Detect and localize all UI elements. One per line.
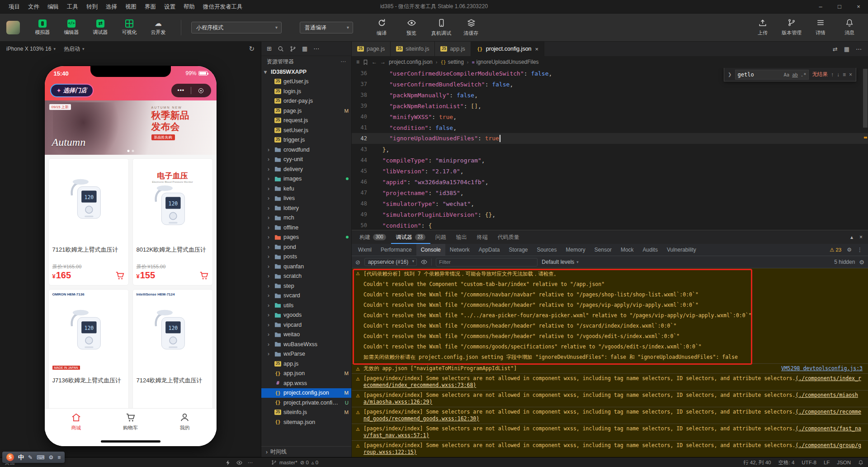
grid-icon[interactable]: ▦ (302, 46, 307, 52)
find-prev-icon[interactable]: ↑ (831, 71, 834, 78)
details-button[interactable]: 详情 (808, 19, 833, 36)
more-icon[interactable]: ⋯ (340, 58, 346, 65)
wechat-capsule[interactable]: ••• (171, 84, 211, 97)
editor-scrollbar[interactable] (863, 68, 868, 230)
simulator-refresh-icon[interactable]: ↻ (249, 45, 255, 53)
devtools-warning-count[interactable]: ⚠ 23 (830, 247, 841, 253)
devtools-tab-Audits[interactable]: Audits (638, 244, 662, 256)
breadcrumb-item-setting[interactable]: {}setting (440, 59, 463, 65)
menu-选择[interactable]: 选择 (102, 0, 121, 14)
device-select[interactable]: iPhone X 103% 16▾ (6, 46, 56, 52)
warning-count[interactable]: ▵ 0 (311, 459, 318, 466)
exit-icon[interactable] (191, 88, 211, 93)
explorer-item-login.js[interactable]: JSlogin.js (261, 86, 351, 96)
minimize-button[interactable]: – (811, 0, 830, 14)
outline-icon[interactable]: ≡ (356, 59, 359, 65)
editor-tab-project.config.json[interactable]: {}project.config.json× (471, 42, 544, 56)
devtools-tab-Storage[interactable]: Storage (504, 244, 532, 256)
collapse-panel-icon[interactable]: ▴ (850, 234, 853, 240)
messages-button[interactable]: 消息 (837, 19, 862, 36)
encoding[interactable]: UTF-8 (802, 460, 816, 465)
explorer-item-delivery[interactable]: ›delivery (261, 164, 351, 174)
editor-tab-app.js[interactable]: JSapp.js (435, 42, 471, 56)
eol[interactable]: LF (824, 460, 830, 465)
language-mode[interactable]: JSON (837, 460, 851, 465)
breadcrumb-item-project.config.json[interactable]: project.config.json (389, 59, 433, 65)
explorer-item-wxParse[interactable]: ›wxParse (261, 349, 351, 359)
product-card[interactable]: IntelliSense HEM-71241207124欧姆龙上臂式血压计 (132, 289, 213, 416)
mode-button-visual[interactable]: 可视化 (117, 19, 142, 36)
explorer-item-sitemap.json[interactable]: {}sitemap.json (261, 417, 351, 427)
explorer-item-lives[interactable]: ›lives (261, 194, 351, 204)
ime-keyboard-icon[interactable]: ⌨ (37, 454, 44, 461)
preview-button[interactable]: 预览 (398, 19, 425, 37)
menu-设置[interactable]: 设置 (160, 0, 179, 14)
compile-mode-select[interactable]: 普通编译▾ (300, 22, 353, 33)
explorer-item-quanfan[interactable]: ›quanfan (261, 262, 351, 272)
more-icon[interactable]: ⋯ (248, 459, 253, 466)
console-file-link[interactable]: (./components/group/group.wxss:122:15) (363, 442, 861, 455)
explorer-item-scratch[interactable]: ›scratch (261, 272, 351, 281)
mode-button-editor[interactable]: </>编辑器 (59, 19, 84, 36)
explorer-item-mch[interactable]: ›mch (261, 213, 351, 223)
maximize-button[interactable]: □ (830, 0, 849, 14)
close-icon[interactable]: × (859, 234, 863, 240)
compile-button[interactable]: 编译 (368, 19, 395, 37)
devtools-tab-Wxml[interactable]: Wxml (354, 244, 376, 256)
new-file-icon[interactable]: ⊞ (267, 46, 272, 52)
explorer-item-siteinfo.js[interactable]: JSsiteinfo.jsM (261, 408, 351, 418)
product-card[interactable]: 电子血压Electronic Blood Pressure Monitor120… (132, 158, 213, 286)
devtools-tab-Sources[interactable]: Sources (532, 244, 561, 256)
execution-context-select[interactable]: appservice (#16)▾ (364, 258, 417, 266)
devtools-tab-Sensor[interactable]: Sensor (590, 244, 616, 256)
explorer-item-pond[interactable]: ›pond (261, 242, 351, 252)
explorer-item-getUser.js[interactable]: JSgetUser.js (261, 77, 351, 87)
split-editor-icon[interactable]: ⇄ (833, 46, 838, 52)
find-expand-icon[interactable]: ❯ (728, 72, 731, 77)
ime-toolbar[interactable]: S 中 ✎ ⌨ ⚙ ≡ (2, 452, 65, 463)
store-select-button[interactable]: ✦选择门店 (50, 84, 94, 97)
bell-icon[interactable] (858, 460, 863, 465)
bookmark-icon[interactable] (363, 59, 368, 65)
add-to-cart-icon[interactable] (115, 271, 125, 281)
performance-icon[interactable] (225, 460, 231, 466)
phone-tab-mine[interactable]: 我的 (169, 412, 201, 446)
ime-pen-icon[interactable]: ✎ (28, 454, 33, 461)
explorer-item-posts[interactable]: ›posts (261, 252, 351, 262)
log-levels-select[interactable]: Default levels▾ (542, 259, 579, 265)
menu-工具[interactable]: 工具 (63, 0, 82, 14)
explorer-item-vipcard[interactable]: ›vipcard (261, 320, 351, 330)
mode-button-debugger[interactable]: ⇄调试器 (88, 19, 113, 36)
close-icon[interactable]: × (849, 71, 852, 78)
panel-tab-构建[interactable]: 构建300 (354, 230, 391, 244)
editor-tab-siteinfo.js[interactable]: JSsiteinfo.js (391, 42, 435, 56)
ime-menu-icon[interactable]: ≡ (57, 454, 61, 461)
explorer-item-svcard[interactable]: ›svcard (261, 291, 351, 301)
indentation[interactable]: 空格: 4 (778, 459, 795, 466)
menu-界面[interactable]: 界面 (141, 0, 160, 14)
product-card[interactable]: OMRON HEM-7136120MADE IN JAPANJ7136欧姆龙上臂… (48, 289, 129, 416)
explorer-item-lottery[interactable]: ›lottery (261, 203, 351, 213)
console-file-link[interactable]: (./components/miaosha/miaosha.wxss:126:2… (363, 392, 858, 405)
add-to-cart-icon[interactable] (199, 271, 209, 281)
explorer-item-app.json[interactable]: {}app.jsonM (261, 369, 351, 379)
error-count[interactable]: ⊘ 0 (300, 459, 309, 466)
timeline-section[interactable]: › 时间线 (261, 446, 351, 457)
explorer-item-project.private.config.json[interactable]: {}project.private.config.jsonU (261, 398, 351, 408)
clear-console-icon[interactable]: ⊘ (355, 259, 360, 266)
explorer-item-weitao[interactable]: ›weitao (261, 330, 351, 340)
regex-toggle[interactable]: .* (801, 72, 807, 77)
forward-icon[interactable]: → (380, 59, 386, 65)
explorer-item-setUser.js[interactable]: JSsetUser.js (261, 125, 351, 135)
panel-tab-终端[interactable]: 终端 (472, 230, 493, 244)
menu-视图[interactable]: 视图 (121, 0, 141, 14)
more-icon[interactable]: ••• (171, 87, 191, 94)
explorer-item-crowdfund[interactable]: ›crowdfund (261, 145, 351, 155)
explorer-item-images[interactable]: ›images (261, 174, 351, 184)
explorer-item-cyy-unit[interactable]: ›cyy-unit (261, 155, 351, 165)
console-file-link[interactable]: (./components/fast_nav/fast_nav.wxss:57:… (363, 425, 861, 438)
editor-tab-page.js[interactable]: JSpage.js (352, 42, 391, 56)
remote-debug-button[interactable]: 真机调试 (428, 19, 454, 37)
watch-icon[interactable] (236, 460, 242, 466)
whole-word-toggle[interactable]: ab (792, 72, 798, 77)
